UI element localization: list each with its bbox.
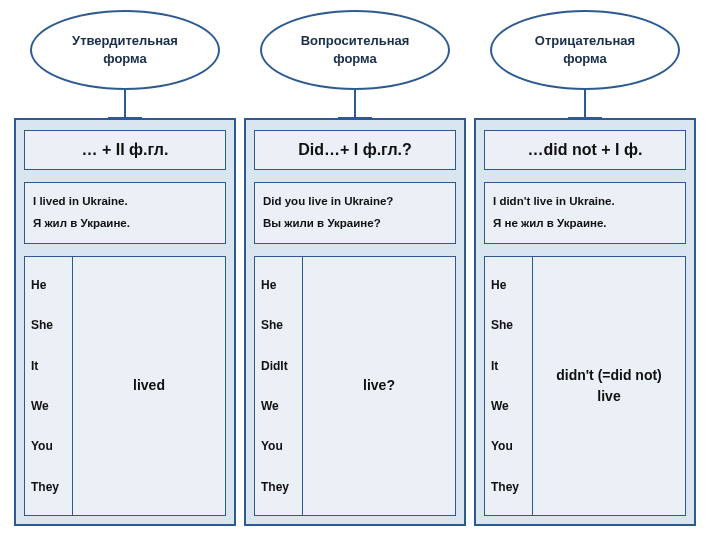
verb-column: live? xyxy=(303,257,455,515)
pronoun: You xyxy=(491,437,526,455)
connector-line xyxy=(354,90,356,118)
pronoun: You xyxy=(261,437,296,455)
examples-box: I lived in Ukraine. Я жил в Украине. xyxy=(24,182,226,244)
column-interrogative: Вопросительная форма Did…+ I ф.гл.? Did … xyxy=(244,10,466,526)
pronoun-table: He She It We You They lived xyxy=(24,256,226,516)
pronoun-column: He She It We You They xyxy=(25,257,73,515)
pronoun: He xyxy=(491,276,526,294)
bubble-title: Отрицательная форма xyxy=(490,10,680,90)
verb-text: lived xyxy=(133,375,165,396)
verb-text: live? xyxy=(363,375,395,396)
connector-line xyxy=(124,90,126,118)
example-en: Did you live in Ukraine? xyxy=(263,191,447,213)
pronoun: She xyxy=(491,316,526,334)
pronoun: They xyxy=(31,478,66,496)
pronoun: They xyxy=(491,478,526,496)
examples-box: Did you live in Ukraine? Вы жили в Украи… xyxy=(254,182,456,244)
example-en: I didn't live in Ukraine. xyxy=(493,191,677,213)
examples-box: I didn't live in Ukraine. Я не жил в Укр… xyxy=(484,182,686,244)
column-negative: Отрицательная форма …did not + I ф. I di… xyxy=(474,10,696,526)
pronoun: It xyxy=(491,357,526,375)
pronoun: She xyxy=(31,316,66,334)
bubble-title: Вопросительная форма xyxy=(260,10,450,90)
pronoun: It xyxy=(31,357,66,375)
formula-text: … + II ф.гл. xyxy=(82,141,169,158)
formula-text: Did…+ I ф.гл.? xyxy=(298,141,412,158)
connector-line xyxy=(584,90,586,118)
pronoun: You xyxy=(31,437,66,455)
panel: … + II ф.гл. I lived in Ukraine. Я жил в… xyxy=(14,118,236,526)
bubble-title-text: Утвердительная форма xyxy=(72,32,178,68)
bubble-title-text: Вопросительная форма xyxy=(301,32,410,68)
verb-text: didn't (=did not) live xyxy=(556,365,662,407)
formula-box: … + II ф.гл. xyxy=(24,130,226,170)
formula-text: …did not + I ф. xyxy=(528,141,643,158)
pronoun: We xyxy=(31,397,66,415)
pronoun-column: He She It We You They xyxy=(485,257,533,515)
panel: …did not + I ф. I didn't live in Ukraine… xyxy=(474,118,696,526)
pronoun: She xyxy=(261,316,296,334)
pronoun: They xyxy=(261,478,296,496)
panel: Did…+ I ф.гл.? Did you live in Ukraine? … xyxy=(244,118,466,526)
formula-box: Did…+ I ф.гл.? xyxy=(254,130,456,170)
pronoun: We xyxy=(491,397,526,415)
column-affirmative: Утвердительная форма … + II ф.гл. I live… xyxy=(14,10,236,526)
pronoun: DidIt xyxy=(261,357,296,375)
example-ru: Я не жил в Украине. xyxy=(493,213,677,235)
pronoun-column: He She DidIt We You They xyxy=(255,257,303,515)
formula-box: …did not + I ф. xyxy=(484,130,686,170)
pronoun-table: He She DidIt We You They live? xyxy=(254,256,456,516)
example-ru: Вы жили в Украине? xyxy=(263,213,447,235)
pronoun: He xyxy=(261,276,296,294)
bubble-title-text: Отрицательная форма xyxy=(535,32,635,68)
bubble-title: Утвердительная форма xyxy=(30,10,220,90)
pronoun-table: He She It We You They didn't (=did not) … xyxy=(484,256,686,516)
pronoun: We xyxy=(261,397,296,415)
verb-column: didn't (=did not) live xyxy=(533,257,685,515)
diagram-columns: Утвердительная форма … + II ф.гл. I live… xyxy=(0,0,710,536)
example-ru: Я жил в Украине. xyxy=(33,213,217,235)
pronoun: He xyxy=(31,276,66,294)
example-en: I lived in Ukraine. xyxy=(33,191,217,213)
verb-column: lived xyxy=(73,257,225,515)
